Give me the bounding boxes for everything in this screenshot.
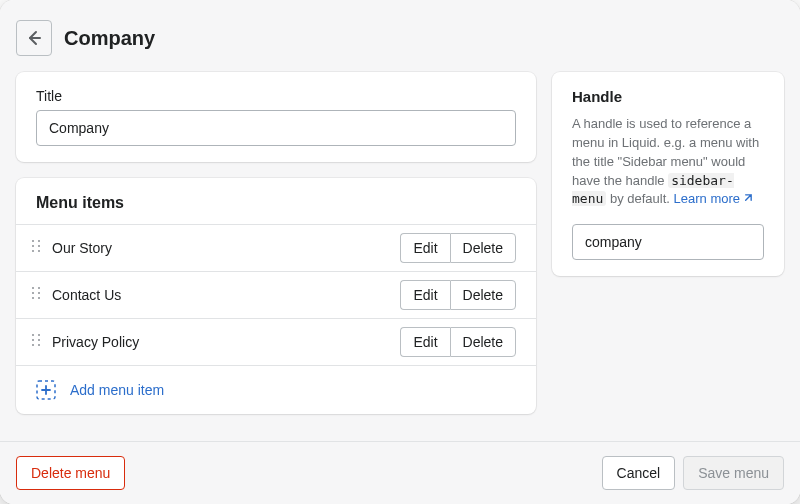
handle-input[interactable] <box>572 224 764 260</box>
svg-point-5 <box>38 250 40 252</box>
delete-menu-button[interactable]: Delete menu <box>16 456 125 490</box>
delete-button[interactable]: Delete <box>450 233 516 263</box>
menu-items-card: Menu items Our Story Edit Delete Contact… <box>16 178 536 414</box>
learn-more-link[interactable]: Learn more <box>674 191 753 206</box>
svg-point-7 <box>38 287 40 289</box>
svg-point-15 <box>38 339 40 341</box>
svg-point-13 <box>38 334 40 336</box>
arrow-left-icon <box>24 28 44 48</box>
svg-point-1 <box>38 240 40 242</box>
handle-description: A handle is used to reference a menu in … <box>572 115 764 210</box>
svg-point-10 <box>32 297 34 299</box>
edit-button[interactable]: Edit <box>400 233 449 263</box>
svg-point-9 <box>38 292 40 294</box>
menu-item-label: Our Story <box>52 240 390 256</box>
handle-card: Handle A handle is used to reference a m… <box>552 72 784 276</box>
svg-point-11 <box>38 297 40 299</box>
drag-handle-icon[interactable] <box>30 333 42 351</box>
title-input[interactable] <box>36 110 516 146</box>
external-link-icon <box>742 191 753 210</box>
menu-item-row: Our Story Edit Delete <box>16 224 536 271</box>
svg-point-12 <box>32 334 34 336</box>
svg-point-8 <box>32 292 34 294</box>
add-menu-item-label: Add menu item <box>70 382 164 398</box>
edit-button[interactable]: Edit <box>400 327 449 357</box>
menu-items-heading: Menu items <box>16 178 536 224</box>
title-card: Title <box>16 72 536 162</box>
add-icon <box>36 380 56 400</box>
save-menu-button: Save menu <box>683 456 784 490</box>
drag-handle-icon[interactable] <box>30 286 42 304</box>
svg-point-2 <box>32 245 34 247</box>
drag-handle-icon[interactable] <box>30 239 42 257</box>
delete-button[interactable]: Delete <box>450 327 516 357</box>
menu-item-row: Privacy Policy Edit Delete <box>16 318 536 365</box>
delete-button[interactable]: Delete <box>450 280 516 310</box>
svg-point-16 <box>32 344 34 346</box>
page-header: Company <box>16 16 784 72</box>
page: Company Title Menu items Our Story Edit <box>0 0 800 504</box>
page-footer: Delete menu Cancel Save menu <box>0 441 800 504</box>
menu-item-label: Privacy Policy <box>52 334 390 350</box>
svg-point-17 <box>38 344 40 346</box>
add-menu-item-button[interactable]: Add menu item <box>16 365 536 414</box>
menu-item-row: Contact Us Edit Delete <box>16 271 536 318</box>
page-title: Company <box>64 27 155 50</box>
edit-button[interactable]: Edit <box>400 280 449 310</box>
menu-item-label: Contact Us <box>52 287 390 303</box>
svg-point-0 <box>32 240 34 242</box>
cancel-button[interactable]: Cancel <box>602 456 676 490</box>
svg-point-4 <box>32 250 34 252</box>
handle-heading: Handle <box>572 88 764 105</box>
title-field-label: Title <box>36 88 516 104</box>
svg-point-3 <box>38 245 40 247</box>
svg-point-14 <box>32 339 34 341</box>
back-button[interactable] <box>16 20 52 56</box>
svg-point-6 <box>32 287 34 289</box>
